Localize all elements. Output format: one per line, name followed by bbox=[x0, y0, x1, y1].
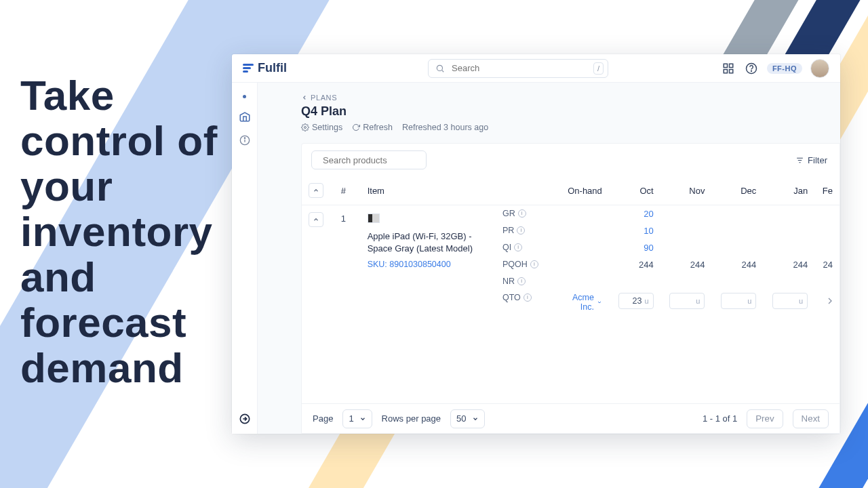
col-month-jan: Jan bbox=[763, 176, 814, 205]
qto-oct-input[interactable]: 23u bbox=[618, 293, 654, 309]
chevron-left-icon bbox=[301, 94, 308, 101]
page-subactions: Settings Refresh Refreshed 3 hours ago bbox=[301, 123, 824, 132]
table-header-row: # Item On-hand Oct Nov Dec Jan Fe bbox=[302, 176, 840, 205]
row-index: 1 bbox=[334, 205, 361, 316]
product-search-input[interactable] bbox=[321, 155, 438, 166]
prev-button[interactable]: Prev bbox=[747, 409, 783, 428]
search-shortcut-hint: / bbox=[593, 62, 604, 75]
info-icon[interactable]: i bbox=[524, 293, 532, 302]
metric-label-pqoh: PQOHi bbox=[502, 260, 551, 269]
marketing-headline: Take control of your inventory and forec… bbox=[20, 73, 224, 391]
col-number: # bbox=[334, 176, 361, 205]
org-badge[interactable]: FF-HQ bbox=[767, 63, 802, 74]
svg-rect-2 bbox=[724, 64, 727, 67]
plan-panel: Filter # Item bbox=[301, 143, 840, 434]
global-search-input[interactable] bbox=[450, 62, 588, 74]
col-month-dec: Dec bbox=[711, 176, 763, 205]
page-select[interactable]: 1 bbox=[342, 409, 372, 428]
side-rail bbox=[232, 83, 258, 434]
svg-rect-5 bbox=[729, 69, 732, 73]
chevron-right-icon bbox=[825, 296, 835, 306]
page-title: Q4 Plan bbox=[301, 104, 824, 119]
refreshed-timestamp: Refreshed 3 hours ago bbox=[402, 123, 488, 132]
filter-icon bbox=[795, 156, 804, 165]
main-pane: PLANS Q4 Plan Settings Refresh Refreshed… bbox=[258, 83, 840, 434]
gear-icon bbox=[301, 123, 309, 131]
app-body: PLANS Q4 Plan Settings Refresh Refreshed… bbox=[232, 83, 840, 434]
settings-button[interactable]: Settings bbox=[301, 123, 342, 132]
supplier-select[interactable]: Acme Inc. bbox=[564, 293, 602, 312]
pagination-bar: Page 1 Rows per page 50 1 - 1 of 1 Prev … bbox=[302, 403, 840, 433]
pqoh-dec: 244 bbox=[711, 256, 763, 273]
product-sku-link[interactable]: SKU: 8901030850400 bbox=[368, 260, 489, 269]
svg-rect-4 bbox=[724, 69, 727, 73]
info-icon[interactable]: i bbox=[517, 277, 526, 285]
scroll-right-button[interactable] bbox=[825, 296, 835, 306]
breadcrumb-label: PLANS bbox=[311, 94, 337, 102]
plan-table: # Item On-hand Oct Nov Dec Jan Fe bbox=[302, 176, 840, 315]
pqoh-feb: 24 bbox=[814, 256, 840, 273]
metric-label-nr: NRi bbox=[502, 277, 551, 286]
qto-dec-input[interactable]: u bbox=[721, 293, 756, 309]
plan-table-wrap: # Item On-hand Oct Nov Dec Jan Fe bbox=[302, 176, 840, 403]
product-search[interactable] bbox=[311, 150, 427, 169]
table-row: 1 Apple iPad (Wi-Fi, 32GB) - Space Gray … bbox=[302, 205, 840, 223]
topbar-right: FF-HQ bbox=[721, 59, 829, 78]
metric-label-qto: QTOi bbox=[502, 293, 551, 302]
page-label: Page bbox=[313, 413, 333, 424]
col-month-feb: Fe bbox=[814, 176, 840, 205]
info-icon[interactable]: i bbox=[514, 243, 522, 251]
metric-label-pr: PRi bbox=[502, 226, 551, 235]
svg-point-7 bbox=[751, 70, 751, 71]
col-onhand: On-hand bbox=[557, 176, 609, 205]
pqoh-nov: 244 bbox=[660, 256, 712, 273]
top-bar: Fulfil / FF-HQ bbox=[232, 54, 840, 83]
svg-point-0 bbox=[437, 65, 442, 70]
info-icon[interactable]: i bbox=[517, 226, 525, 235]
filter-button[interactable]: Filter bbox=[793, 152, 830, 168]
page-header: PLANS Q4 Plan Settings Refresh Refreshed… bbox=[258, 83, 840, 139]
metric-label-qi: QIi bbox=[502, 243, 551, 252]
breadcrumb[interactable]: PLANS bbox=[301, 94, 824, 102]
svg-point-10 bbox=[244, 138, 245, 138]
chevron-down-icon bbox=[597, 299, 602, 306]
chevron-down-icon bbox=[472, 415, 479, 422]
qto-jan-input[interactable]: u bbox=[772, 293, 808, 309]
avatar[interactable] bbox=[810, 59, 829, 78]
rail-collapse-icon[interactable] bbox=[239, 413, 250, 424]
rows-select[interactable]: 50 bbox=[450, 409, 484, 428]
pr-oct-value[interactable]: 10 bbox=[644, 226, 653, 236]
pqoh-oct: 244 bbox=[609, 256, 660, 273]
pqoh-jan: 244 bbox=[763, 256, 814, 273]
qto-nov-input[interactable]: u bbox=[669, 293, 705, 309]
gr-oct-value[interactable]: 20 bbox=[644, 209, 653, 219]
brand-logo[interactable]: Fulfil bbox=[243, 61, 287, 75]
col-month-nov: Nov bbox=[660, 176, 712, 205]
expand-all-toggle[interactable] bbox=[309, 183, 323, 198]
global-search[interactable]: / bbox=[428, 59, 608, 78]
info-icon[interactable]: i bbox=[518, 209, 526, 218]
panel-toolbar: Filter bbox=[302, 144, 840, 176]
svg-rect-3 bbox=[729, 64, 732, 67]
help-icon[interactable] bbox=[744, 61, 759, 76]
qi-oct-value[interactable]: 90 bbox=[644, 243, 653, 253]
info-icon[interactable]: i bbox=[530, 260, 538, 268]
refresh-button[interactable]: Refresh bbox=[352, 123, 393, 132]
product-thumbnail bbox=[368, 214, 380, 223]
svg-line-1 bbox=[442, 70, 444, 72]
rail-indicator-dot bbox=[243, 95, 246, 98]
rows-label: Rows per page bbox=[382, 413, 441, 424]
next-button[interactable]: Next bbox=[793, 409, 829, 428]
search-icon bbox=[435, 64, 445, 73]
rail-info-icon[interactable] bbox=[239, 135, 250, 146]
chevron-up-icon bbox=[313, 216, 319, 223]
brand-name: Fulfil bbox=[258, 61, 287, 75]
row-expand-toggle[interactable] bbox=[309, 212, 323, 227]
rail-inventory-icon[interactable] bbox=[239, 110, 251, 123]
page-range: 1 - 1 of 1 bbox=[703, 413, 737, 424]
col-month-oct: Oct bbox=[609, 176, 660, 205]
refresh-icon bbox=[352, 123, 360, 131]
svg-point-13 bbox=[304, 127, 307, 129]
apps-grid-icon[interactable] bbox=[721, 61, 736, 76]
product-title: Apple iPad (Wi-Fi, 32GB) - Space Gray (L… bbox=[368, 230, 489, 254]
